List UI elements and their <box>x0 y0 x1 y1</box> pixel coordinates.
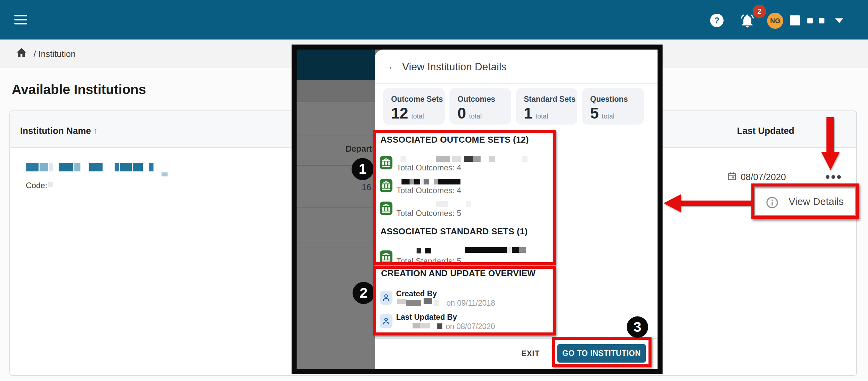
annotation-box-associated-sets <box>373 130 556 265</box>
last-updated-date: 08/07/2020 <box>741 172 786 182</box>
menu-icon[interactable] <box>14 15 27 26</box>
avatar[interactable]: NG <box>767 13 783 29</box>
annotation-box-go-button <box>552 337 651 367</box>
institution-code-label: Code: <box>26 181 47 190</box>
view-details-menu-item[interactable]: View Details <box>754 186 856 216</box>
app-header-bar <box>0 0 868 39</box>
screen: ? 2 NG / Institution Available Instituti… <box>0 0 868 381</box>
row-actions-menu-icon[interactable] <box>826 174 843 180</box>
divider <box>375 83 657 84</box>
stat-card-standard-sets: Standard Sets 1total <box>516 88 578 125</box>
notifications-bell-icon[interactable] <box>740 13 755 29</box>
dimmed-page-backdrop: Departm 1 16 2 <box>297 49 375 369</box>
column-header-last-updated: Last Updated <box>737 126 794 136</box>
toolbar-square-icon[interactable] <box>790 15 800 26</box>
drawer-collapse-arrow-icon[interactable]: → <box>383 60 394 72</box>
step-badge-3: 3 <box>627 316 648 338</box>
step-badge-2: 2 <box>352 282 375 304</box>
breadcrumb: / Institution <box>33 49 76 59</box>
stat-card-outcome-sets: Outcome Sets 12total <box>383 88 445 125</box>
drawer-title: View Institution Details <box>402 61 506 73</box>
redacted-name-tail <box>161 172 167 176</box>
redacted-institution-name-link[interactable] <box>26 163 155 171</box>
redacted-header-text <box>819 18 825 24</box>
backdrop-department-header: Departm <box>345 144 375 154</box>
sort-asc-icon: ↑ <box>93 126 98 136</box>
redacted-header-text <box>807 18 813 24</box>
calendar-icon <box>726 171 737 183</box>
info-icon <box>766 196 779 211</box>
exit-button[interactable]: EXIT <box>516 347 546 360</box>
annotation-arrow-left <box>681 201 751 206</box>
annotation-arrow-down-head <box>822 152 839 170</box>
stat-card-questions: Questions 5total <box>582 88 644 125</box>
annotation-arrow-down <box>827 117 834 154</box>
notification-count-badge: 2 <box>753 5 766 18</box>
backdrop-row-value: 16 <box>362 182 371 193</box>
stat-card-outcomes: Outcomes 0total <box>450 88 511 125</box>
annotation-arrow-left-head <box>663 194 681 212</box>
step-badge-1: 1 <box>351 158 374 180</box>
redacted-code-value <box>48 182 53 187</box>
view-details-label: View Details <box>788 196 844 207</box>
page-title: Available Institutions <box>12 82 146 97</box>
home-icon[interactable] <box>15 46 28 61</box>
chevron-down-icon[interactable] <box>835 19 843 23</box>
annotation-box-overview <box>373 266 556 336</box>
column-header-institution-name[interactable]: Institution Name ↑ <box>20 126 98 136</box>
help-icon[interactable]: ? <box>710 14 723 27</box>
